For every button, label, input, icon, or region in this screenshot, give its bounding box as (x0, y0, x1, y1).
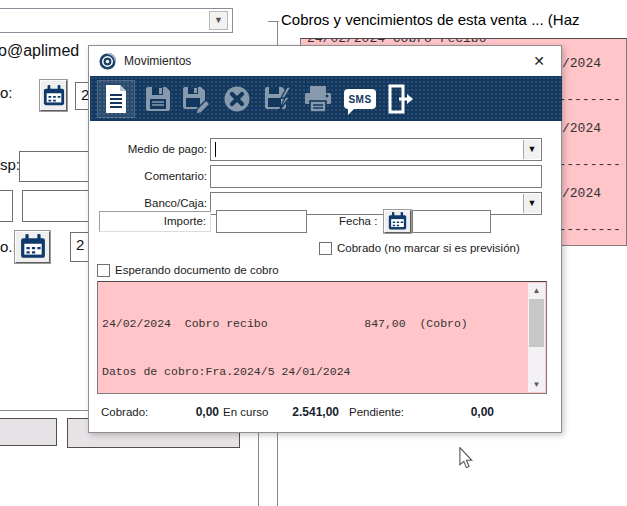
movements-lines: 24/02/2024 Cobro recibo 847,00 (Cobro) D… (102, 284, 526, 394)
edit-button[interactable] (260, 81, 296, 117)
save-button[interactable] (140, 81, 176, 117)
calendar-icon (43, 85, 65, 107)
list-item: /2024 (562, 56, 601, 71)
background-calendar-button-top[interactable] (40, 80, 67, 111)
print-button[interactable] (300, 81, 336, 117)
cobrado-status-label: Cobrado: (101, 406, 148, 418)
dialog-title: Movimientos (124, 54, 191, 68)
calendar-icon (20, 234, 46, 260)
dialog-toolbar: SMS (90, 76, 562, 121)
cancel-button[interactable] (219, 81, 255, 117)
sp-input[interactable] (19, 151, 89, 182)
cobrado-status-value: 0,00 (149, 405, 219, 419)
save-icon (144, 85, 172, 113)
pendiente-status-value: 0,00 (429, 405, 494, 419)
pendiente-status-label: Pendiente: (349, 406, 404, 418)
new-document-icon (103, 84, 129, 114)
sms-icon: SMS (344, 89, 376, 109)
status-bar: Cobrado: 0,00 En curso 2.541,00 Pendient… (89, 398, 563, 432)
exit-door-icon (386, 84, 416, 114)
importe-label: Importe: (99, 211, 211, 232)
cancel-circle-icon (223, 85, 251, 113)
importe-input[interactable] (216, 210, 307, 233)
exit-button[interactable] (383, 81, 419, 117)
fecha-calendar-button[interactable] (384, 210, 411, 233)
edit-lightning-icon (263, 85, 293, 113)
top-date-field[interactable]: 2 (75, 82, 89, 110)
list-item[interactable]: Datos de cobro:Fra.2024/5 24/01/2024 (102, 364, 526, 380)
encurso-status-value: 2.541,00 (269, 405, 339, 419)
mouse-cursor (458, 447, 474, 469)
close-icon[interactable]: ✕ (529, 51, 549, 71)
list-item: /2024 (562, 121, 601, 136)
save-edit-button[interactable] (178, 81, 214, 117)
comentario-input[interactable] (210, 165, 542, 188)
text-caret (215, 142, 216, 157)
list-item[interactable]: 24/02/2024 Cobro recibo 847,00 (Cobro) (102, 316, 526, 332)
fecha-label: Fecha : (339, 215, 381, 227)
sms-icon-label: SMS (348, 94, 371, 105)
medio-de-pago-combobox[interactable]: ▼ (210, 138, 542, 161)
scroll-down-icon[interactable]: ▼ (528, 377, 545, 392)
fecha-input[interactable] (412, 210, 491, 233)
chevron-down-icon[interactable]: ▼ (209, 11, 228, 30)
sp-label: sp: (0, 156, 20, 173)
esperando-checkbox-label: Esperando documento de cobro (115, 264, 279, 276)
cobrado-checkbox-label: Cobrado (no marcar si es previsión) (337, 242, 520, 254)
banco-caja-label: Banco/Caja: (109, 197, 207, 209)
vertical-scrollbar[interactable]: ▲ ▼ (528, 283, 545, 392)
top-date-label: o: (0, 84, 13, 101)
groupbox-title: Cobros y vencimientos de esta venta ... … (281, 11, 579, 28)
new-record-button[interactable] (98, 81, 134, 117)
movimientos-dialog: Movimientos ✕ (88, 45, 562, 433)
background-input-fragment[interactable] (22, 190, 89, 222)
app-logo-icon (99, 53, 116, 70)
save-edit-icon (181, 85, 211, 113)
chevron-down-icon[interactable]: ▼ (523, 140, 540, 159)
medio-de-pago-label: Medio de pago: (109, 143, 207, 155)
encurso-status-label: En curso (223, 406, 268, 418)
list-item: /2024 (562, 186, 601, 201)
comentario-label: Comentario: (109, 170, 207, 182)
background-calendar-button-bottom[interactable] (15, 231, 50, 263)
chevron-down-icon[interactable]: ▼ (523, 194, 540, 213)
scroll-up-icon[interactable]: ▲ (528, 283, 545, 298)
background-combobox[interactable]: ▼ (0, 8, 233, 33)
background-box-fragment (0, 190, 13, 222)
movements-listbox[interactable]: 24/02/2024 Cobro recibo 847,00 (Cobro) D… (97, 281, 547, 394)
calendar-icon (388, 212, 407, 231)
printer-icon (303, 85, 333, 113)
screen: ▼ o@aplimed o: 2 sp: o.: 2 Cobros y venc… (0, 0, 627, 506)
scrollbar-thumb[interactable] (529, 299, 544, 347)
bottom-date-field[interactable]: 2 (70, 232, 89, 262)
email-text-fragment: o@aplimed (0, 42, 79, 60)
dialog-titlebar[interactable]: Movimientos ✕ (89, 46, 561, 76)
background-button[interactable] (0, 418, 57, 446)
cobrado-checkbox[interactable] (319, 242, 332, 255)
esperando-checkbox[interactable] (97, 264, 110, 277)
sms-button[interactable]: SMS (342, 81, 378, 117)
